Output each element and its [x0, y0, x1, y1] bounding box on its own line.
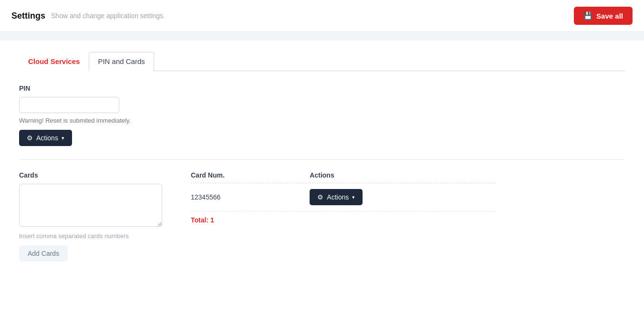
pin-section: PIN Warning! Reset is submited immediate… — [19, 84, 625, 146]
page-subtitle: Show and change application settings. — [51, 12, 165, 20]
header-left: Settings Show and change application set… — [11, 11, 165, 21]
section-divider — [19, 159, 625, 160]
cards-textarea[interactable] — [19, 184, 162, 227]
chevron-down-icon: ▾ — [62, 135, 64, 141]
header: Settings Show and change application set… — [0, 0, 644, 32]
cards-total: Total: 1 — [191, 216, 625, 224]
main-content: Cloud Services PIN and Cards PIN Warning… — [0, 41, 644, 273]
pin-warning: Warning! Reset is submited immediately. — [19, 117, 625, 124]
chevron-down-icon: ▾ — [352, 194, 355, 200]
cards-section: Cards Insert comma separated cards numbe… — [19, 171, 625, 262]
card-num-cell: 12345566 — [191, 183, 310, 211]
tabs: Cloud Services PIN and Cards — [19, 52, 625, 71]
card-actions-button[interactable]: ⚙ Actions ▾ — [310, 189, 363, 205]
card-actions-cell: ⚙ Actions ▾ — [310, 183, 496, 211]
gear-icon: ⚙ — [317, 193, 323, 201]
pin-label: PIN — [19, 84, 625, 92]
col-actions: Actions — [310, 171, 496, 183]
save-all-button[interactable]: 💾 Save all — [574, 7, 633, 25]
tab-cloud-services[interactable]: Cloud Services — [19, 52, 89, 71]
col-card-num: Card Num. — [191, 171, 310, 183]
save-icon: 💾 — [583, 11, 592, 20]
pin-actions-label: Actions — [36, 134, 58, 142]
save-all-label: Save all — [596, 12, 623, 20]
cards-left: Cards Insert comma separated cards numbe… — [19, 171, 162, 262]
table-header-row: Card Num. Actions — [191, 171, 496, 183]
tab-pin-and-cards[interactable]: PIN and Cards — [89, 52, 154, 71]
table-row: 12345566 ⚙ Actions ▾ — [191, 183, 496, 211]
cards-textarea-hint: Insert comma separated cards numbers — [19, 232, 162, 240]
page-title: Settings — [11, 11, 45, 21]
gear-icon: ⚙ — [27, 134, 33, 142]
cards-table: Card Num. Actions 12345566 ⚙ Actions ▾ — [191, 171, 496, 211]
cards-label: Cards — [19, 171, 162, 179]
cards-right: Card Num. Actions 12345566 ⚙ Actions ▾ — [191, 171, 625, 224]
pin-input[interactable] — [19, 97, 119, 113]
card-actions-label: Actions — [327, 193, 349, 201]
pin-actions-button[interactable]: ⚙ Actions ▾ — [19, 130, 72, 146]
sub-bar — [0, 32, 644, 41]
add-cards-button[interactable]: Add Cards — [19, 245, 68, 262]
add-cards-label: Add Cards — [28, 250, 59, 257]
